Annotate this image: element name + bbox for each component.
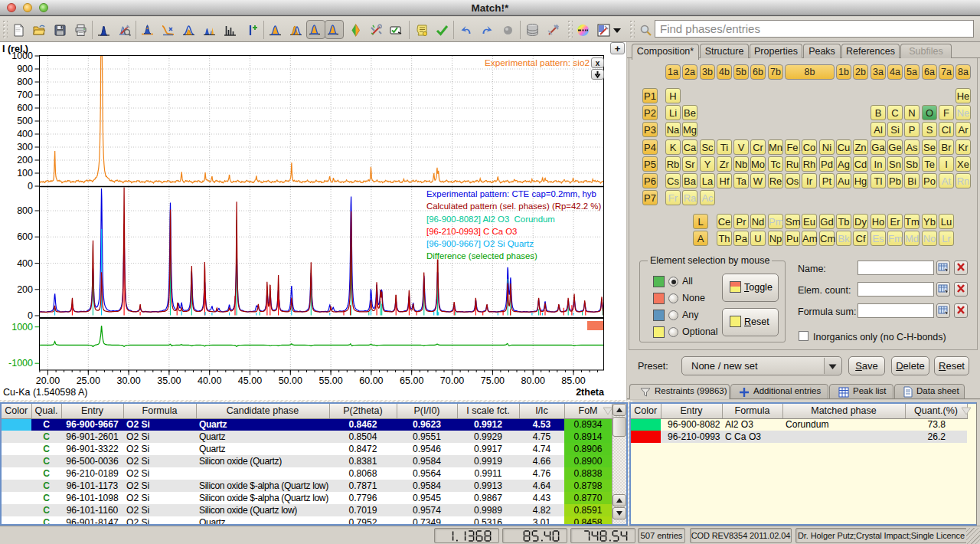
svg-text:300: 300 [17,142,33,152]
svg-text:800: 800 [17,77,33,87]
svg-text:70.00: 70.00 [440,375,464,386]
svg-text:60.00: 60.00 [359,375,383,386]
svg-text:600: 600 [17,231,33,242]
svg-text:25.00: 25.00 [77,375,100,386]
svg-text:200: 200 [17,284,33,295]
svg-text:100: 100 [17,168,33,179]
svg-text:65.00: 65.00 [400,375,423,386]
svg-text:[96-900-9667] O2 Si Quartz: [96-900-9667] O2 Si Quartz [426,239,534,248]
svg-text:55.00: 55.00 [318,375,342,386]
svg-text:1000: 1000 [11,322,33,333]
svg-text:400: 400 [17,258,33,269]
svg-text:[96-900-8082] Al2 O3 Corundum: [96-900-8082] Al2 O3 Corundum [426,215,555,224]
svg-text:Calculated pattern (sel. phase: Calculated pattern (sel. phases) (Rp=42.… [426,202,601,211]
svg-text:600: 600 [17,103,33,113]
svg-text:0: 0 [28,310,33,321]
svg-text:2theta: 2theta [576,387,605,398]
svg-text:Cu-Ka (1.540598 A): Cu-Ka (1.540598 A) [3,387,88,398]
svg-text:50.00: 50.00 [279,375,302,386]
svg-text:200: 200 [17,155,33,165]
svg-text:[96-210-0993] C Ca O3: [96-210-0993] C Ca O3 [426,227,517,236]
svg-text:35.00: 35.00 [157,375,181,386]
svg-text:Experimental pattern: CTE cap=: Experimental pattern: CTE cap=0.2mm, hyb [426,189,596,198]
svg-text:900: 900 [17,64,33,74]
svg-text:Difference (selected phases): Difference (selected phases) [426,251,537,261]
svg-text:30.00: 30.00 [116,375,140,386]
svg-text:0: 0 [28,181,33,192]
svg-text:I (rel.): I (rel.) [2,44,28,54]
svg-text:40.00: 40.00 [198,375,221,386]
svg-text:Experimental pattern: sio2: Experimental pattern: sio2 [485,57,590,68]
svg-text:800: 800 [17,205,33,216]
svg-text:20.00: 20.00 [36,375,60,386]
svg-text:500: 500 [17,116,33,126]
svg-text:-1000: -1000 [8,358,33,369]
svg-text:80.00: 80.00 [521,375,545,386]
svg-text:700: 700 [17,90,33,100]
svg-text:400: 400 [17,129,33,139]
svg-text:75.00: 75.00 [481,375,505,386]
svg-text:45.00: 45.00 [238,375,262,386]
svg-text:85.00: 85.00 [561,375,585,386]
